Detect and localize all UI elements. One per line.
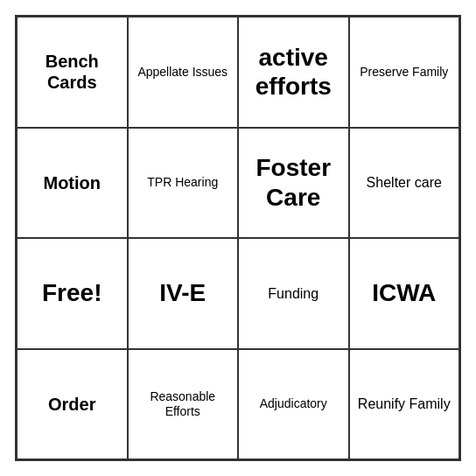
bingo-cell-text-r1c0: Motion [43,172,101,193]
bingo-cell-text-r2c0: Free! [42,278,102,308]
bingo-card: Bench CardsAppellate Issuesactive effort… [15,15,461,461]
bingo-cell-r0c0[interactable]: Bench Cards [17,17,128,128]
bingo-cell-text-r3c2: Adjudicatory [260,396,327,411]
bingo-cell-r0c3[interactable]: Preserve Family [349,17,460,128]
bingo-cell-text-r3c1: Reasonable Efforts [134,389,233,419]
bingo-cell-r0c1[interactable]: Appellate Issues [128,17,239,128]
bingo-cell-r1c0[interactable]: Motion [17,128,128,239]
bingo-cell-r3c2[interactable]: Adjudicatory [238,349,349,460]
bingo-cell-text-r1c1: TPR Hearing [147,175,218,190]
bingo-cell-text-r0c2: active efforts [244,43,343,102]
bingo-cell-text-r2c3: ICWA [372,278,436,308]
bingo-cell-r2c1[interactable]: IV-E [128,238,239,349]
bingo-cell-text-r0c3: Preserve Family [360,65,448,80]
bingo-cell-r3c1[interactable]: Reasonable Efforts [128,349,239,460]
bingo-cell-text-r0c0: Bench Cards [23,51,122,93]
bingo-cell-r1c3[interactable]: Shelter care [349,128,460,239]
bingo-cell-text-r2c2: Funding [268,285,318,302]
bingo-cell-text-r1c3: Shelter care [367,174,442,191]
bingo-cell-text-r1c2: Foster Care [244,153,343,212]
bingo-cell-text-r3c0: Order [48,394,95,415]
bingo-cell-text-r0c1: Appellate Issues [137,65,228,80]
bingo-cell-text-r2c1: IV-E [159,278,206,308]
bingo-cell-r2c0[interactable]: Free! [17,238,128,349]
bingo-cell-r1c1[interactable]: TPR Hearing [128,128,239,239]
bingo-cell-r3c3[interactable]: Reunify Family [349,349,460,460]
bingo-cell-r2c2[interactable]: Funding [238,238,349,349]
bingo-cell-r0c2[interactable]: active efforts [238,17,349,128]
bingo-cell-text-r3c3: Reunify Family [358,396,451,412]
bingo-cell-r2c3[interactable]: ICWA [349,238,460,349]
bingo-cell-r1c2[interactable]: Foster Care [238,128,349,239]
bingo-cell-r3c0[interactable]: Order [17,349,128,460]
